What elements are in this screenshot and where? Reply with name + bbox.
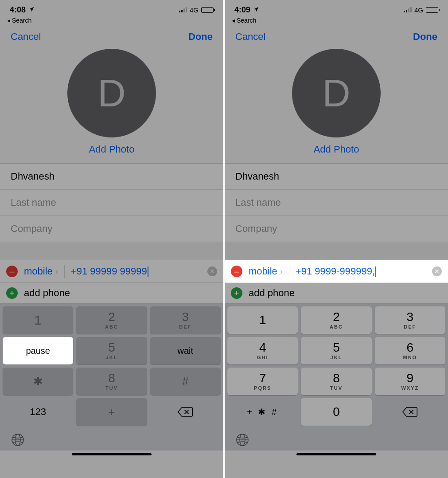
done-button[interactable]: Done: [413, 31, 437, 43]
backspace-key[interactable]: [150, 398, 221, 426]
key-5[interactable]: 5JKL: [301, 337, 371, 364]
key-9[interactable]: 9WXYZ: [375, 368, 445, 395]
add-phone-icon[interactable]: +: [6, 287, 18, 299]
done-button[interactable]: Done: [188, 31, 213, 43]
time: 4:09: [234, 5, 250, 15]
key-1[interactable]: 1: [227, 306, 298, 334]
location-icon: [28, 5, 35, 15]
key-7[interactable]: 7PQRS: [227, 368, 298, 395]
key-3[interactable]: 3DEF: [375, 306, 445, 334]
phone-entry-row[interactable]: – mobile › +91 9999-999999, ✕: [225, 260, 448, 283]
last-name-field[interactable]: Last name: [225, 190, 448, 216]
network-label: 4G: [190, 6, 199, 14]
clear-icon[interactable]: ✕: [432, 266, 442, 276]
remove-phone-icon[interactable]: –: [231, 266, 242, 277]
add-phone-row[interactable]: + add phone: [225, 283, 448, 303]
avatar[interactable]: D: [292, 49, 381, 137]
status-bar: 4:09 4G: [225, 0, 448, 16]
key-8[interactable]: 8TUV: [301, 368, 371, 395]
phone-entry-row[interactable]: – mobile › +91 99999 99999 ✕: [0, 260, 223, 283]
avatar-initial: D: [97, 71, 126, 116]
phone-label-select[interactable]: mobile ›: [249, 266, 283, 277]
backspace-key[interactable]: [375, 398, 445, 426]
cancel-button[interactable]: Cancel: [11, 31, 41, 43]
key-wait[interactable]: wait: [150, 337, 221, 364]
network-label: 4G: [414, 6, 423, 14]
signal-icon: [179, 7, 187, 12]
home-indicator[interactable]: [72, 453, 152, 455]
battery-icon: [426, 7, 438, 13]
key-3[interactable]: 3DEF: [150, 306, 221, 334]
home-indicator[interactable]: [296, 453, 376, 455]
globe-icon[interactable]: [11, 433, 25, 447]
chevron-right-icon: ›: [280, 267, 283, 276]
key-hash[interactable]: #: [150, 368, 221, 395]
remove-phone-icon[interactable]: –: [6, 266, 18, 277]
back-to-search[interactable]: ◂ Search: [0, 16, 223, 27]
key-2[interactable]: 2ABC: [301, 306, 371, 334]
key-6[interactable]: 6MNO: [375, 337, 445, 364]
nav-bar: Cancel Done: [0, 27, 223, 45]
add-phone-row[interactable]: + add phone: [0, 283, 223, 303]
last-name-field[interactable]: Last name: [0, 190, 223, 216]
first-name-field[interactable]: Dhvanesh: [0, 164, 223, 190]
location-icon: [253, 5, 259, 15]
key-pause[interactable]: pause: [3, 337, 73, 364]
first-name-field[interactable]: Dhvanesh: [225, 164, 448, 190]
add-phone-icon[interactable]: +: [231, 287, 242, 299]
key-123[interactable]: 123: [3, 398, 73, 426]
key-star[interactable]: ✱: [3, 368, 73, 395]
phone-number-input[interactable]: +91 9999-999999,: [296, 266, 426, 277]
time: 4:08: [10, 5, 26, 15]
key-4[interactable]: 4GHI: [227, 337, 298, 364]
phone-number-input[interactable]: +91 99999 99999: [71, 266, 201, 277]
back-to-search[interactable]: ◂ Search: [225, 16, 448, 27]
battery-icon: [201, 7, 214, 13]
chevron-right-icon: ›: [55, 267, 58, 276]
key-2[interactable]: 2ABC: [76, 306, 147, 334]
key-8[interactable]: 8TUV: [76, 368, 147, 395]
key-plus[interactable]: +: [76, 398, 147, 426]
right-screenshot: 4:09 4G ◂ Search Cancel Done D Add Photo: [225, 0, 448, 478]
clear-icon[interactable]: ✕: [207, 266, 217, 276]
avatar[interactable]: D: [67, 49, 156, 137]
left-screenshot: 4:08 4G ◂ Search Cancel Done D Add Photo: [0, 0, 223, 478]
avatar-initial: D: [322, 71, 351, 116]
keypad: 1 2ABC 3DEF 4GHI 5JKL 6MNO 7PQRS 8TUV 9W…: [225, 304, 448, 428]
company-field[interactable]: Company: [225, 216, 448, 242]
key-0[interactable]: 0: [301, 398, 371, 426]
keypad: 1 2ABC 3DEF pause 5JKL wait ✱ 8TUV # 123…: [0, 304, 223, 428]
company-field[interactable]: Company: [0, 216, 223, 242]
key-1[interactable]: 1: [3, 306, 73, 334]
nav-bar: Cancel Done: [225, 27, 448, 45]
key-symbols[interactable]: + ✱ #: [227, 398, 298, 426]
key-5[interactable]: 5JKL: [76, 337, 147, 364]
phone-label-select[interactable]: mobile ›: [24, 266, 58, 277]
add-photo-button[interactable]: Add Photo: [314, 144, 359, 155]
add-photo-button[interactable]: Add Photo: [89, 144, 135, 155]
globe-icon[interactable]: [235, 433, 249, 447]
cancel-button[interactable]: Cancel: [235, 31, 265, 43]
signal-icon: [404, 7, 412, 12]
status-bar: 4:08 4G: [0, 0, 223, 16]
